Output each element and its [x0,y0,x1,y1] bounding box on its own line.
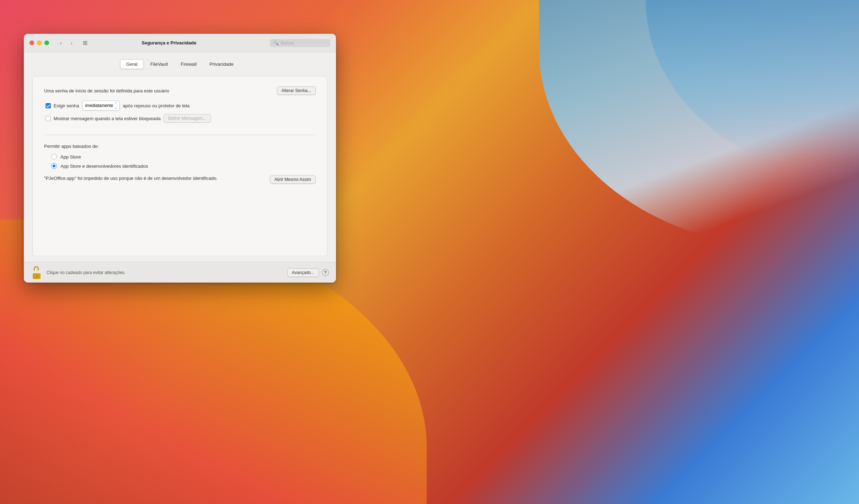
lock-keyhole [36,275,38,278]
radio-app-store[interactable] [51,154,57,160]
radio-app-store-devs[interactable] [51,163,57,169]
footer-actions: Avançado... ? [287,268,329,277]
footer: Clique no cadeado para evitar alterações… [24,262,336,283]
close-button[interactable] [30,41,34,45]
advanced-button[interactable]: Avançado... [287,268,319,277]
footer-lock-text: Clique no cadeado para evitar alterações… [47,270,283,275]
show-message-label: Mostrar mensagem quando a tela estiver b… [54,116,161,121]
content: Geral FileVault Firewall Privacidade Uma… [24,52,336,262]
allow-apps-label: Permitir apps baixados de: [44,144,316,149]
radio-app-store-devs-label: App Store e desenvolvedores identificado… [60,163,148,169]
require-password-row: Exigir senha imediatamente ⌃⌄ após repou… [44,101,316,111]
tab-firewall[interactable]: Firewall [175,59,203,69]
radio-group: App Store App Store e desenvolvedores id… [44,154,316,169]
main-panel: Uma senha de início de sessão foi defini… [32,76,327,256]
help-button[interactable]: ? [322,269,329,276]
require-password-label: Exigir senha [54,103,79,108]
titlebar: ‹ › ⊞ Segurança e Privacidade 🔍 [24,34,336,52]
after-sleep-text: após repouso ou protetor de tela [123,103,190,108]
lock-icon[interactable] [31,266,42,279]
search-box[interactable]: 🔍 [270,39,330,47]
radio-app-store-row: App Store [51,154,316,160]
change-password-button[interactable]: Alterar Senha... [277,86,316,95]
tab-filevault[interactable]: FileVault [144,59,174,69]
show-message-row: Mostrar mensagem quando a tela estiver b… [44,114,316,123]
dropdown-arrow-icon: ⌃⌄ [114,102,117,109]
show-message-checkbox[interactable] [46,116,51,121]
open-anyway-button[interactable]: Abrir Mesmo Assim [270,175,316,184]
top-section: Uma senha de início de sessão foi defini… [33,76,327,135]
window-title: Segurança e Privacidade [73,40,266,45]
require-password-checkbox[interactable] [46,103,51,108]
tab-privacidade[interactable]: Privacidade [203,59,240,69]
radio-app-store-devs-row: App Store e desenvolvedores identificado… [51,163,316,169]
search-icon: 🔍 [273,41,279,45]
password-timing-dropdown[interactable]: imediatamente ⌃⌄ [82,101,120,111]
bottom-section: Permitir apps baixados de: App Store App… [33,135,327,256]
settings-window: ‹ › ⊞ Segurança e Privacidade 🔍 Geral Fi… [24,34,336,283]
tabs: Geral FileVault Firewall Privacidade [32,59,327,69]
maximize-button[interactable] [44,41,49,45]
minimize-button[interactable] [37,41,42,45]
back-button[interactable]: ‹ [56,38,65,48]
password-row-text: Uma senha de início de sessão foi defini… [44,88,169,93]
tab-geral[interactable]: Geral [120,59,144,69]
blocked-app-row: "PJeOffice.app" foi impedido de uso porq… [44,175,316,184]
search-input[interactable] [281,41,327,45]
blocked-app-text: "PJeOffice.app" foi impedido de uso porq… [44,175,264,182]
define-message-button[interactable]: Definir Mensagem... [164,114,211,123]
password-timing-value: imediatamente [85,103,113,108]
password-row: Uma senha de início de sessão foi defini… [44,86,316,95]
lock-body [33,273,41,279]
traffic-lights [30,41,49,45]
lock-shackle [34,266,39,270]
radio-app-store-label: App Store [60,154,81,160]
